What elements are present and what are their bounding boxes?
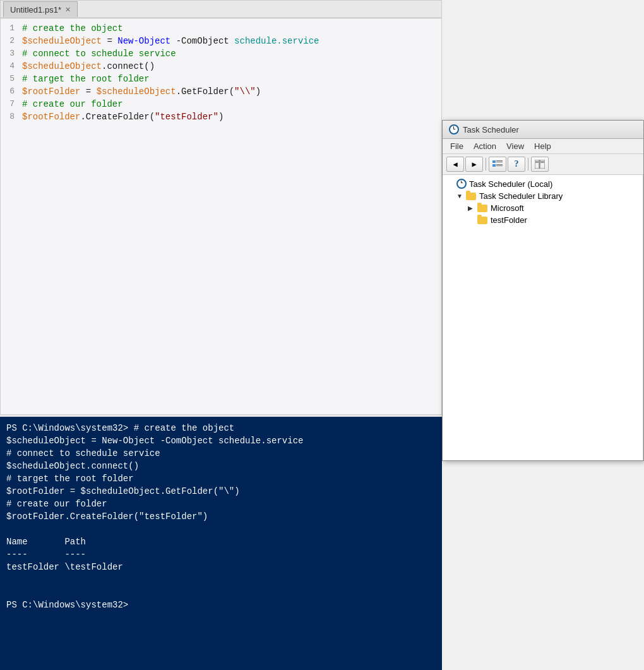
powershell-console[interactable]: PS C:\Windows\system32> # create the obj… xyxy=(0,417,442,670)
code-token: $scheduleObject.connect() xyxy=(22,60,439,73)
code-token: # target the root folder xyxy=(22,73,439,85)
toolbar-separator-2 xyxy=(528,158,528,170)
svg-rect-2 xyxy=(496,162,503,162)
console-output: PS C:\Windows\system32> # create the obj… xyxy=(6,422,436,611)
forward-button[interactable]: ▶ xyxy=(465,157,483,172)
view-button-2[interactable] xyxy=(531,157,549,172)
code-token: $rootFolder.CreateFolder("testFolder") xyxy=(22,111,439,123)
testfolder-folder-icon xyxy=(477,216,488,225)
task-scheduler-tree[interactable]: Task Scheduler (Local) ▼ Task Scheduler … xyxy=(443,175,643,460)
code-token: # create the object xyxy=(22,22,439,35)
menu-file[interactable]: File xyxy=(445,140,468,152)
line-number: 8 xyxy=(3,111,22,123)
tree-testfolder-label: testFolder xyxy=(491,215,527,225)
code-line-7: 7 # create our folder xyxy=(1,98,441,111)
line-number: 7 xyxy=(3,98,22,111)
svg-rect-11 xyxy=(540,162,544,163)
code-editor[interactable]: 1 # create the object 2 $scheduleObject … xyxy=(1,18,441,416)
menu-view[interactable]: View xyxy=(501,140,529,152)
tree-item-library[interactable]: ▼ Task Scheduler Library xyxy=(445,190,640,202)
code-line-8: 8 $rootFolder.CreateFolder("testFolder") xyxy=(1,111,441,123)
code-line-4: 4 $scheduleObject.connect() xyxy=(1,60,441,73)
root-clock-icon xyxy=(456,179,467,189)
task-scheduler-title: Task Scheduler xyxy=(463,125,519,135)
tree-item-testfolder[interactable]: testFolder xyxy=(445,214,640,226)
microsoft-expand-icon: ▶ xyxy=(468,205,477,212)
task-scheduler-toolbar: ◀ ▶ ? xyxy=(443,154,643,175)
svg-rect-9 xyxy=(535,162,539,163)
task-scheduler-menubar: File Action View Help xyxy=(443,139,643,154)
line-number: 4 xyxy=(3,60,22,73)
tree-root-label: Task Scheduler (Local) xyxy=(469,179,552,189)
view-button-1[interactable] xyxy=(489,157,506,172)
svg-rect-1 xyxy=(496,160,503,161)
line-number: 3 xyxy=(3,47,22,60)
svg-rect-3 xyxy=(492,164,496,167)
editor-tab[interactable]: Untitled1.ps1* ✕ xyxy=(3,1,78,17)
tree-microsoft-label: Microsoft xyxy=(491,203,524,213)
library-folder-icon xyxy=(465,192,477,201)
back-button[interactable]: ◀ xyxy=(446,157,464,172)
microsoft-folder-icon xyxy=(477,204,488,213)
task-scheduler-titlebar: Task Scheduler xyxy=(443,121,643,139)
tree-item-root[interactable]: Task Scheduler (Local) xyxy=(445,177,640,190)
code-line-3: 3 # connect to schedule service xyxy=(1,47,441,60)
line-number: 6 xyxy=(3,85,22,98)
ise-editor: Untitled1.ps1* ✕ 1 # create the object 2… xyxy=(0,0,442,417)
library-expand-icon: ▼ xyxy=(456,193,465,200)
menu-help[interactable]: Help xyxy=(529,140,556,152)
tree-item-microsoft[interactable]: ▶ Microsoft xyxy=(445,202,640,214)
line-number: 2 xyxy=(3,35,22,47)
code-token: # create our folder xyxy=(22,98,439,111)
tree-library-label: Task Scheduler Library xyxy=(479,191,563,201)
task-scheduler-content: Task Scheduler (Local) ▼ Task Scheduler … xyxy=(443,175,643,460)
tab-label: Untitled1.ps1* xyxy=(10,5,61,15)
line-number: 5 xyxy=(3,73,22,85)
svg-rect-5 xyxy=(496,165,503,166)
code-token: # connect to schedule service xyxy=(22,47,439,60)
tab-bar: Untitled1.ps1* ✕ xyxy=(1,1,441,18)
panel-view-icon xyxy=(535,160,545,169)
code-line-5: 5 # target the root folder xyxy=(1,73,441,85)
code-token: $scheduleObject = New-Object -ComObject … xyxy=(22,35,439,47)
svg-rect-8 xyxy=(535,161,539,162)
line-number: 1 xyxy=(3,22,22,35)
svg-rect-4 xyxy=(496,164,503,165)
help-button[interactable]: ? xyxy=(508,157,525,172)
task-scheduler-clock-icon xyxy=(449,124,459,135)
menu-action[interactable]: Action xyxy=(468,140,501,152)
toolbar-separator-1 xyxy=(486,158,486,170)
code-line-6: 6 $rootFolder = $scheduleObject.GetFolde… xyxy=(1,85,441,98)
svg-rect-0 xyxy=(492,160,496,163)
code-token: $rootFolder = $scheduleObject.GetFolder(… xyxy=(22,85,439,98)
tab-close-button[interactable]: ✕ xyxy=(65,6,71,14)
code-line-1: 1 # create the object xyxy=(1,22,441,35)
task-scheduler-window: Task Scheduler File Action View Help ◀ ▶… xyxy=(442,120,644,461)
code-line-2: 2 $scheduleObject = New-Object -ComObjec… xyxy=(1,35,441,47)
list-view-icon xyxy=(492,160,503,169)
svg-rect-10 xyxy=(540,161,544,162)
